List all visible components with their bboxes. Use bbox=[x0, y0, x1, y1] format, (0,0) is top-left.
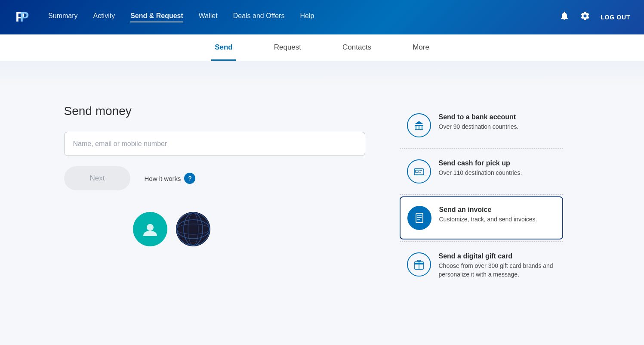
option-cash-desc: Over 110 destination countries. bbox=[439, 169, 556, 177]
divider-2 bbox=[400, 194, 563, 195]
svg-point-3 bbox=[176, 212, 210, 246]
divider-1 bbox=[400, 148, 563, 149]
svg-rect-13 bbox=[415, 129, 423, 130]
avatar-2 bbox=[176, 212, 210, 246]
nav-deals[interactable]: Deals and Offers bbox=[233, 12, 285, 22]
tab-more[interactable]: More bbox=[409, 34, 433, 61]
svg-text:P: P bbox=[20, 9, 29, 25]
send-title: Send money bbox=[64, 104, 365, 118]
tab-request[interactable]: Request bbox=[271, 34, 305, 61]
svg-rect-12 bbox=[422, 126, 422, 129]
main-header: P P Summary Activity Send & Request Wall… bbox=[0, 0, 644, 34]
next-button[interactable]: Next bbox=[64, 166, 131, 190]
tabs-bar: Send Request Contacts More bbox=[0, 34, 644, 61]
option-cash[interactable]: Send cash for pick up Over 110 destinati… bbox=[400, 150, 563, 193]
option-gift-title: Send a digital gift card bbox=[439, 252, 556, 260]
nav-help[interactable]: Help bbox=[300, 12, 314, 22]
gift-icon-circle bbox=[407, 252, 431, 277]
bank-icon-circle bbox=[407, 113, 431, 137]
tab-send[interactable]: Send bbox=[211, 34, 236, 61]
option-invoice-text: Send an invoice Customize, track, and se… bbox=[439, 206, 555, 224]
header-actions: LOG OUT bbox=[559, 11, 630, 24]
svg-marker-14 bbox=[415, 121, 423, 124]
invoice-icon-circle bbox=[407, 206, 431, 230]
option-invoice-desc: Customize, track, and send invoices. bbox=[439, 215, 555, 224]
avatar-row bbox=[64, 212, 365, 246]
option-cash-text: Send cash for pick up Over 110 destinati… bbox=[439, 159, 556, 177]
option-gift-desc: Choose from over 300 gift card brands an… bbox=[439, 262, 556, 279]
main-nav: Summary Activity Send & Request Wallet D… bbox=[48, 12, 559, 22]
option-gift[interactable]: Send a digital gift card Choose from ove… bbox=[400, 243, 563, 288]
avatar-1 bbox=[133, 212, 167, 246]
logout-button[interactable]: LOG OUT bbox=[601, 14, 630, 21]
option-bank-title: Send to a bank account bbox=[439, 113, 556, 121]
send-form: Send money Next How it works ? bbox=[64, 104, 365, 289]
option-bank-text: Send to a bank account Over 90 destinati… bbox=[439, 113, 556, 131]
nav-activity[interactable]: Activity bbox=[93, 12, 115, 22]
tab-contacts[interactable]: Contacts bbox=[339, 34, 375, 61]
option-gift-text: Send a digital gift card Choose from ove… bbox=[439, 252, 556, 279]
svg-point-2 bbox=[147, 224, 154, 231]
cash-icon-circle bbox=[407, 159, 431, 183]
svg-rect-10 bbox=[416, 126, 416, 129]
svg-rect-16 bbox=[416, 170, 418, 173]
send-actions: Next How it works ? bbox=[64, 166, 365, 190]
main-content: Send money Next How it works ? bbox=[21, 87, 623, 306]
option-cash-title: Send cash for pick up bbox=[439, 159, 556, 167]
how-it-works[interactable]: How it works ? bbox=[144, 173, 195, 184]
option-invoice[interactable]: Send an invoice Customize, track, and se… bbox=[400, 196, 563, 239]
how-it-works-label: How it works bbox=[144, 175, 181, 182]
paypal-logo[interactable]: P P bbox=[14, 9, 31, 26]
settings-icon[interactable] bbox=[580, 11, 590, 24]
nav-summary[interactable]: Summary bbox=[48, 12, 77, 22]
divider-3 bbox=[400, 241, 563, 242]
question-icon: ? bbox=[184, 173, 195, 184]
sub-band bbox=[0, 61, 644, 87]
svg-rect-11 bbox=[419, 126, 419, 129]
option-bank[interactable]: Send to a bank account Over 90 destinati… bbox=[400, 104, 563, 146]
svg-rect-9 bbox=[415, 125, 423, 126]
nav-send-request[interactable]: Send & Request bbox=[130, 12, 183, 22]
right-panel: Send to a bank account Over 90 destinati… bbox=[400, 104, 563, 289]
option-invoice-title: Send an invoice bbox=[439, 206, 555, 214]
option-bank-desc: Over 90 destination countries. bbox=[439, 123, 556, 131]
recipient-input[interactable] bbox=[64, 132, 365, 156]
svg-rect-19 bbox=[416, 213, 423, 223]
notification-icon[interactable] bbox=[559, 11, 570, 24]
nav-wallet[interactable]: Wallet bbox=[199, 12, 218, 22]
